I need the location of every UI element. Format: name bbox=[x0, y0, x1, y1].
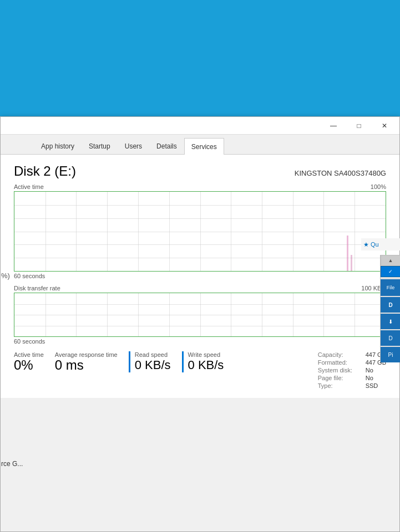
task-d-label3: D bbox=[388, 335, 392, 341]
active-time-section: Active time 100% bbox=[14, 183, 386, 279]
task-d-item1[interactable]: D bbox=[381, 297, 400, 313]
stats-row: Active time 0% Average response time 0 m… bbox=[14, 351, 386, 389]
type-row: Type: SSD bbox=[318, 382, 386, 389]
left-percent-label: %) bbox=[1, 272, 10, 280]
disk-model: KINGSTON SA400S37480G bbox=[295, 169, 386, 177]
write-speed-label: Write speed bbox=[188, 351, 224, 358]
page-file-key: Page file: bbox=[318, 375, 362, 381]
transfer-rate-section: Disk transfer rate 100 KB/s bbox=[14, 285, 386, 345]
capacity-row: Capacity: 447 GB bbox=[318, 351, 386, 358]
down-arrow-icon: ⬇ bbox=[388, 319, 393, 325]
active-time-chart bbox=[14, 191, 386, 272]
speed-group: Read speed 0 KB/s Write speed 0 KB/s bbox=[129, 351, 224, 372]
star-qu-label: ★ Qu bbox=[363, 241, 379, 248]
active-time-label: Active time bbox=[14, 183, 44, 190]
avg-response-value: 0 ms bbox=[55, 358, 118, 372]
time-scale-label: 60 seconds bbox=[14, 273, 45, 279]
file-label: File bbox=[387, 285, 395, 290]
formatted-key: Formatted: bbox=[318, 359, 362, 366]
formatted-row: Formatted: 447 GB bbox=[318, 359, 386, 366]
avg-response-stat: Average response time 0 ms bbox=[55, 351, 118, 372]
system-disk-row: System disk: No bbox=[318, 367, 386, 374]
task-manager-window: — □ ✕ App history Startup Users Details … bbox=[0, 116, 400, 532]
tab-details[interactable]: Details bbox=[149, 137, 184, 154]
type-key: Type: bbox=[318, 382, 362, 389]
read-speed-block: Read speed 0 KB/s bbox=[129, 351, 171, 372]
maximize-button[interactable]: □ bbox=[346, 117, 372, 135]
scroll-indicator[interactable]: ▲ bbox=[381, 255, 400, 266]
file-task-item[interactable]: File bbox=[381, 279, 400, 296]
capacity-key: Capacity: bbox=[318, 351, 362, 358]
read-speed-label: Read speed bbox=[135, 351, 171, 358]
tab-users[interactable]: Users bbox=[118, 137, 149, 154]
left-source-label: rce G... bbox=[1, 460, 23, 468]
star-qu-item[interactable]: ★ Qu bbox=[361, 238, 400, 250]
system-disk-key: System disk: bbox=[318, 367, 362, 374]
desktop-background bbox=[0, 0, 400, 122]
write-speed-value: 0 KB/s bbox=[188, 358, 224, 372]
active-time-stat-value: 0% bbox=[14, 358, 44, 372]
system-disk-value: No bbox=[366, 367, 373, 374]
task-d-item2[interactable]: ⬇ bbox=[381, 314, 400, 329]
scroll-thumb[interactable]: ✓ bbox=[381, 266, 400, 277]
time-scale-label2: 60 seconds bbox=[14, 338, 45, 345]
transfer-rate-chart bbox=[14, 293, 386, 337]
task-d-item3[interactable]: D bbox=[381, 330, 400, 346]
right-panel: ▲ ✓ File ★ Qu D ⬇ D Pi bbox=[380, 255, 400, 362]
tab-startup[interactable]: Startup bbox=[82, 137, 118, 154]
minimize-button[interactable]: — bbox=[321, 117, 346, 135]
capacity-info: Capacity: 447 GB Formatted: 447 GB Syste… bbox=[318, 351, 386, 389]
tab-bar: App history Startup Users Details Servic… bbox=[1, 135, 399, 155]
tab-services[interactable]: Services bbox=[184, 138, 224, 155]
transfer-chart-grid bbox=[14, 293, 386, 336]
task-pi-item[interactable]: Pi bbox=[381, 347, 400, 362]
titlebar: — □ ✕ bbox=[1, 117, 399, 135]
disk-header: Disk 2 (E:) KINGSTON SA400S37480G bbox=[14, 163, 386, 179]
disk-title: Disk 2 (E:) bbox=[14, 163, 76, 179]
active-time-stat: Active time 0% bbox=[14, 351, 44, 372]
disk-content: Disk 2 (E:) KINGSTON SA400S37480G Active… bbox=[1, 155, 399, 398]
active-time-max: 100% bbox=[371, 183, 386, 190]
close-button[interactable]: ✕ bbox=[372, 117, 397, 135]
read-speed-value: 0 KB/s bbox=[135, 358, 171, 372]
page-file-value: No bbox=[366, 375, 373, 381]
transfer-rate-label: Disk transfer rate bbox=[14, 285, 60, 291]
write-speed-block: Write speed 0 KB/s bbox=[182, 351, 224, 372]
tab-app-history[interactable]: App history bbox=[34, 137, 82, 154]
chart-grid bbox=[14, 192, 386, 271]
task-pi-label: Pi bbox=[388, 352, 393, 358]
page-file-row: Page file: No bbox=[318, 375, 386, 381]
type-value: SSD bbox=[366, 382, 378, 389]
task-d-label1: D bbox=[388, 302, 392, 308]
